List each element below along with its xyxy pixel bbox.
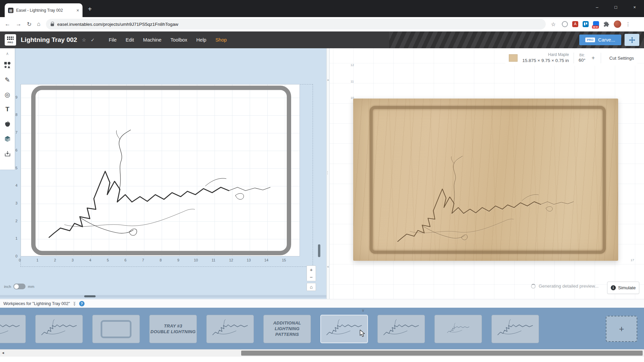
workpiece-thumbnail-10[interactable] [491,315,539,343]
menu-shop[interactable]: Shop [215,37,227,43]
pen-tool-icon[interactable]: ✎ [0,72,15,87]
workpieces-scrollbar[interactable]: ◄ [0,349,644,357]
refresh-icon[interactable]: ↻ [27,21,32,28]
menu-machine[interactable]: Machine [143,37,162,43]
material-info[interactable]: Hard Maple 15.875 × 9.75 × 0.75 in [522,52,569,63]
workpiece-thumbnail-1[interactable] [0,315,26,343]
menu-edit[interactable]: Edit [126,37,134,43]
simulate-button[interactable]: i Simulate [607,282,639,294]
y-ruler-tick: 4 [9,183,17,187]
collapse-workpieces-icon[interactable]: ∨∨ [73,302,75,306]
workpiece-label-line: DOUBLE LIGHTNING [151,329,196,335]
back-icon[interactable]: ← [5,21,10,27]
x-ruler-tick: 8 [157,258,164,262]
apps-apple-icon[interactable] [0,117,15,131]
bit-info[interactable]: Bit: 60° [579,53,585,63]
x-ruler-tick: 14 [263,258,270,262]
x-ruler-tick: 4 [87,258,94,262]
bit-label: Bit: [579,53,585,57]
workpieces-title: Workpieces for "Lightning Tray 002" [3,301,70,306]
menu-file[interactable]: File [109,37,116,43]
lightning-sketch [495,317,535,341]
preview-ruler-tick: 10 [351,96,354,100]
workpiece-thumbnail-8[interactable] [377,315,425,343]
canvas-horizontal-scrollbar[interactable] [84,295,96,297]
design-panel[interactable]: ∧ ✎ ◎ T + − ⌂ inch mm 012345678910111213… [0,48,326,299]
design-artboard[interactable] [20,84,300,256]
canvas-horizontal-scroll-track[interactable] [0,295,326,298]
home-view-button[interactable]: ⌂ [307,283,316,291]
extension-acrobat-icon[interactable]: A [572,21,578,27]
workpiece-thumbnail-9[interactable] [434,315,482,343]
tray-outline-sketch [101,320,131,338]
browser-home-icon[interactable]: ⌂ [37,21,40,27]
browser-tab-bar: ▦ Easel - Lightning Tray 002 × + – □ × [0,0,644,17]
app-header: PRO Lightning Tray 002 ☆ ✓ File Edit Mac… [0,32,644,48]
scroll-left-arrow-icon[interactable]: ◄ [1,351,5,355]
browser-menu-icon[interactable]: ⋮ [626,21,631,27]
menu-help[interactable]: Help [196,37,206,43]
easel-logo[interactable]: PRO [5,34,16,46]
bookmark-star-icon[interactable]: ☆ [551,21,556,27]
x-ruler-tick: 13 [246,258,252,262]
workpiece-thumbnail-4[interactable]: TRAY #3DOUBLE LIGHTNING [149,315,197,343]
unit-toggle: inch mm [4,284,34,289]
browser-tab[interactable]: ▦ Easel - Lightning Tray 002 × [5,3,83,17]
workpiece-thumbnail-3[interactable] [92,315,140,343]
workpiece-label-line: TRAY #3 [164,323,182,329]
shapes-tool-icon[interactable] [0,58,15,72]
active-workpiece-caret-icon[interactable]: ∨ [362,308,365,313]
workpiece-thumbnail-5[interactable] [206,315,254,343]
preview-status-text: Generating detailed preview... [539,284,599,289]
unit-switch-knob [14,284,19,289]
y-ruler-tick: 9 [9,95,17,99]
canvas-vertical-scrollbar[interactable] [318,244,320,257]
extensions-puzzle-icon[interactable] [603,21,609,27]
carve-button[interactable]: PRO Carve... [579,35,621,45]
panel-divider[interactable]: » ⋮⋮ « [326,48,330,299]
easel-favicon-icon: ▦ [8,8,13,13]
workpiece-thumbnail-6[interactable]: ADDITIONALLIGHTNINGPATTERNS [263,315,311,343]
workpiece-thumbnail-2[interactable] [35,315,83,343]
zoom-out-button[interactable]: − [307,273,316,281]
extension-trello-icon[interactable] [583,21,589,27]
lightning-sketch [0,317,22,341]
lightning-sketch [324,317,364,341]
drill-tool-icon[interactable]: ◎ [0,87,15,102]
minimize-button[interactable]: – [588,0,606,14]
zoom-in-button[interactable]: + [307,265,316,274]
url-text: easel.inventables.com/projects/umh9J71PS… [57,22,178,27]
profile-avatar[interactable] [614,20,621,28]
add-workpiece-button[interactable]: + [606,316,637,342]
menu-toolbox[interactable]: Toolbox [170,37,187,43]
x-ruler-tick: 1 [34,258,41,262]
add-bit-button[interactable]: + [590,55,596,61]
preview-ruler-tick: 12 [351,63,354,67]
y-ruler-tick: 2 [9,219,17,223]
new-tab-button[interactable]: + [88,6,92,12]
header-actions: PRO Carve... [579,34,639,46]
material-swatch[interactable] [509,54,518,62]
maximize-button[interactable]: □ [606,0,625,14]
help-icon[interactable]: ? [79,301,85,306]
workpiece-thumbnail-7[interactable] [320,315,368,343]
jog-button[interactable] [625,34,639,46]
workpieces-scroll-thumb[interactable] [241,351,643,356]
tab-title: Easel - Lightning Tray 002 [16,8,74,13]
close-window-button[interactable]: × [625,0,644,14]
extension-blue-icon[interactable]: NEW [593,21,599,27]
preview-ruler-tick: 11 [351,79,354,83]
cut-settings-button[interactable]: Cut Settings [606,56,637,61]
url-bar[interactable]: easel.inventables.com/projects/umh9J71PS… [46,19,546,29]
y-ruler-tick: 0 [9,254,17,258]
carved-lightning [375,120,597,256]
tab-close-icon[interactable]: × [76,8,79,13]
extension-circle-icon[interactable] [562,21,568,27]
favorite-star-icon[interactable]: ☆ [82,37,86,43]
app-menu: File Edit Machine Toolbox Help Shop [109,37,227,43]
new-badge: NEW [592,25,599,28]
unit-label-mm: mm [28,285,34,289]
toolbar-collapse-icon[interactable]: ∧ [0,50,15,58]
forward-icon[interactable]: → [16,21,21,27]
unit-switch[interactable] [13,284,25,289]
